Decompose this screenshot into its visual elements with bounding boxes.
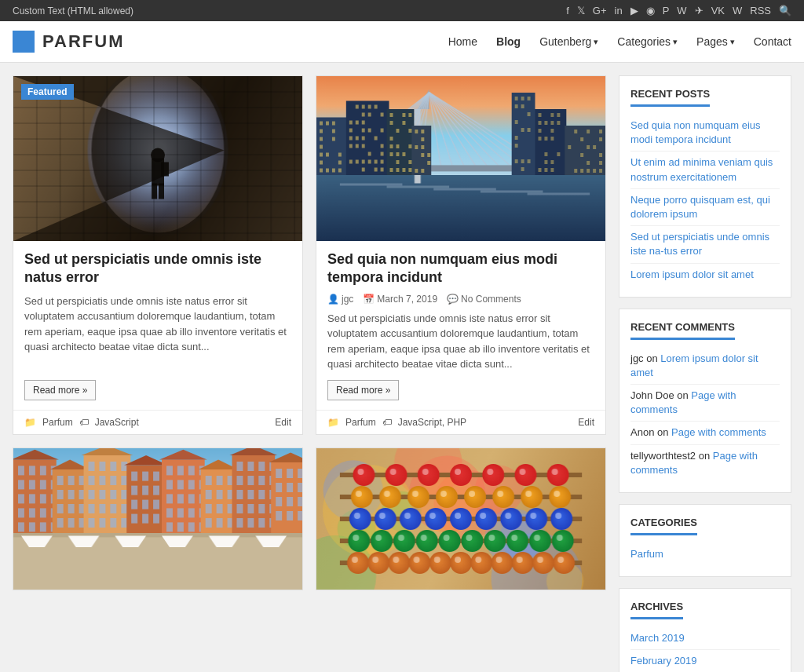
read-more-1[interactable]: Read more »: [24, 380, 96, 400]
nav-pages[interactable]: Pages: [696, 35, 735, 48]
categories-list: Parfum: [630, 543, 780, 565]
pinterest-icon[interactable]: P: [663, 5, 670, 16]
content-area: Featured Sed ut perspiciatis unde omnis …: [13, 75, 606, 672]
whatsapp-icon[interactable]: W: [733, 5, 742, 16]
post-grid-top: Featured Sed ut perspiciatis unde omnis …: [13, 75, 606, 435]
vk-icon[interactable]: VK: [711, 5, 725, 16]
category-icon-2: 📁: [327, 417, 339, 428]
archives-list: March 2019 February 2019: [630, 627, 780, 672]
comment-user-3: Anon: [630, 426, 654, 438]
category-item-1[interactable]: Parfum: [630, 543, 780, 565]
main-nav: Home Blog Gutenberg Categories Pages Con…: [448, 35, 791, 48]
post-edit-2[interactable]: Edit: [578, 417, 594, 428]
youtube-icon[interactable]: ▶: [630, 5, 638, 16]
recent-posts-title: RECENT POSTS: [630, 88, 710, 107]
comment-user-4: tellyworthtest2: [630, 450, 696, 462]
comments-icon: 💬 No Comments: [447, 294, 521, 305]
recent-post-2[interactable]: Ut enim ad minima veniam quis nostrum ex…: [630, 152, 780, 188]
archives-section: ARCHIVES March 2019 February 2019: [619, 588, 791, 672]
facebook-icon[interactable]: f: [566, 5, 569, 16]
twitter-icon[interactable]: 𝕏: [577, 5, 585, 16]
recent-post-3[interactable]: Neque porro quisquam est, qui dolorem ip…: [630, 189, 780, 226]
categories-section: CATEGORIES Parfum: [619, 504, 791, 577]
recent-post-5[interactable]: Lorem ipsum dolor sit amet: [630, 264, 780, 286]
comment-link-3[interactable]: Page with comments: [671, 426, 766, 438]
archive-item-2[interactable]: February 2019: [630, 650, 780, 672]
nav-home[interactable]: Home: [448, 35, 477, 48]
comment-on-4: on: [699, 450, 713, 462]
author-icon: 👤 jgc: [327, 294, 353, 305]
instagram-icon[interactable]: ◉: [646, 5, 655, 16]
recent-posts-list: Sed quia non numquam eius modi tempora i…: [630, 115, 780, 286]
post-excerpt-2: Sed ut perspiciatis unde omnis iste natu…: [327, 311, 594, 372]
recent-posts-section: RECENT POSTS Sed quia non numquam eius m…: [619, 75, 791, 298]
comment-on-2: on: [677, 389, 691, 401]
post-image-2: [316, 76, 605, 241]
post-meta-2: 👤 jgc 📅 March 7, 2019 💬 No Comments: [327, 294, 594, 305]
linkedin-icon[interactable]: in: [615, 5, 623, 16]
nav-contact[interactable]: Contact: [754, 35, 791, 48]
post-card-2: Sed quia non numquam eius modi tempora i…: [316, 75, 606, 435]
post-footer-1: 📁 Parfum 🏷 JavaScript Edit: [13, 410, 302, 434]
comment-on-3: on: [657, 426, 671, 438]
post-footer-2: 📁 Parfum 🏷 JavaScript, PHP Edit: [316, 410, 605, 434]
post-comments-2: No Comments: [461, 294, 521, 305]
post-tag-2[interactable]: JavaScript, PHP: [398, 417, 466, 428]
post-body-1: Sed ut perspiciatis unde omnis iste natu…: [13, 241, 302, 410]
comment-user-2: John Doe: [630, 389, 674, 401]
top-bar: Custom Text (HTML allowed) f 𝕏 G+ in ▶ ◉…: [0, 0, 804, 21]
post-image-4: [316, 448, 605, 590]
nav-gutenberg[interactable]: Gutenberg: [539, 35, 598, 48]
post-grid-bottom: [13, 447, 606, 590]
social-icons: f 𝕏 G+ in ▶ ◉ P W ✈ VK W RSS 🔍: [566, 5, 791, 16]
post-title-1[interactable]: Sed ut perspiciatis unde omnis iste natu…: [24, 250, 291, 287]
telegram-icon[interactable]: ✈: [695, 5, 704, 16]
post-author-2: jgc: [342, 294, 353, 305]
comment-1: jgc on Lorem ipsum dolor sit amet: [630, 348, 780, 385]
recent-comments-title: RECENT COMMENTS: [630, 321, 735, 340]
post-tag-1[interactable]: JavaScript: [95, 417, 139, 428]
categories-title: CATEGORIES: [630, 517, 697, 535]
post-category-2[interactable]: Parfum: [345, 417, 376, 428]
tag-icon: 🏷: [79, 417, 89, 428]
post-body-2: Sed quia non numquam eius modi tempora i…: [316, 241, 605, 410]
comment-3: Anon on Page with comments: [630, 422, 780, 444]
archives-title: ARCHIVES: [630, 601, 683, 619]
post-card-3: [13, 447, 303, 590]
main-wrap: Featured Sed ut perspiciatis unde omnis …: [0, 63, 804, 672]
post-tags-2: 📁 Parfum 🏷 JavaScript, PHP: [327, 417, 466, 428]
comment-2: John Doe on Page with comments: [630, 385, 780, 422]
recent-comments-section: RECENT COMMENTS jgc on Lorem ipsum dolor…: [619, 309, 791, 493]
nav-blog[interactable]: Blog: [496, 35, 521, 48]
featured-badge: Featured: [21, 84, 74, 100]
post-excerpt-1: Sed ut perspiciatis unde omnis iste natu…: [24, 294, 291, 372]
post-tags-1: 📁 Parfum 🏷 JavaScript: [24, 417, 139, 428]
logo[interactable]: PARFUM: [13, 31, 124, 53]
search-icon[interactable]: 🔍: [779, 5, 791, 16]
sidebar: RECENT POSTS Sed quia non numquam eius m…: [619, 75, 791, 672]
logo-text: PARFUM: [42, 31, 124, 52]
post-image-3: [13, 448, 302, 590]
recent-post-4[interactable]: Sed ut perspiciatis unde omnis iste na-t…: [630, 226, 780, 263]
post-image-1: Featured: [13, 76, 302, 241]
comment-4: tellyworthtest2 on Page with comments: [630, 445, 780, 481]
comment-on-1: on: [646, 352, 660, 364]
read-more-2[interactable]: Read more »: [327, 380, 399, 400]
post-title-2[interactable]: Sed quia non numquam eius modi tempora i…: [327, 250, 594, 287]
archive-item-1[interactable]: March 2019: [630, 627, 780, 650]
post-edit-1[interactable]: Edit: [275, 417, 291, 428]
custom-text-label: Custom Text (HTML allowed): [13, 5, 133, 16]
rss-icon[interactable]: RSS: [750, 5, 771, 16]
recent-post-1[interactable]: Sed quia non numquam eius modi tempora i…: [630, 115, 780, 152]
nav-categories[interactable]: Categories: [617, 35, 678, 48]
logo-square: [13, 31, 35, 53]
header: PARFUM Home Blog Gutenberg Categories Pa…: [0, 21, 804, 63]
gplus-icon[interactable]: G+: [593, 5, 607, 16]
tag-icon-2: 🏷: [382, 417, 392, 428]
comment-user-1: jgc: [630, 352, 644, 364]
post-category-1[interactable]: Parfum: [42, 417, 73, 428]
wordpress-icon[interactable]: W: [677, 5, 686, 16]
post-card-1: Featured Sed ut perspiciatis unde omnis …: [13, 75, 303, 435]
post-card-4: [316, 447, 606, 590]
category-icon: 📁: [24, 417, 36, 428]
